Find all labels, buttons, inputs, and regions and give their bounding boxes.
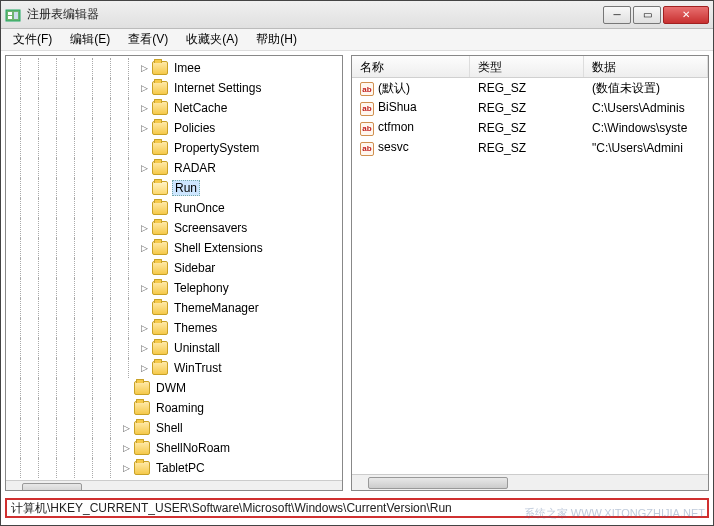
value-data: (数值未设置) xyxy=(584,80,708,97)
close-button[interactable]: ✕ xyxy=(663,6,709,24)
tree-horizontal-scrollbar[interactable] xyxy=(6,480,342,491)
expander-icon[interactable]: ▷ xyxy=(138,242,150,254)
expander-icon[interactable] xyxy=(138,302,150,314)
column-name[interactable]: 名称 xyxy=(352,56,470,77)
tree-item[interactable]: ▷ShellNoRoam xyxy=(6,438,342,458)
svg-rect-2 xyxy=(8,16,12,19)
tree-item[interactable]: DWM xyxy=(6,378,342,398)
tree-item[interactable]: ▷Internet Settings xyxy=(6,78,342,98)
tree-item[interactable]: Roaming xyxy=(6,398,342,418)
minimize-button[interactable]: ─ xyxy=(603,6,631,24)
tree-item-label: Roaming xyxy=(154,400,206,416)
folder-icon xyxy=(152,221,168,235)
folder-icon xyxy=(134,441,150,455)
tree-item[interactable]: ▷Screensavers xyxy=(6,218,342,238)
tree-item[interactable]: ▷NetCache xyxy=(6,98,342,118)
value-data: "C:\Users\Admini xyxy=(584,141,708,155)
expander-icon[interactable]: ▷ xyxy=(138,162,150,174)
tree-item-label: ShellNoRoam xyxy=(154,440,232,456)
folder-icon xyxy=(152,61,168,75)
expander-icon[interactable]: ▷ xyxy=(138,342,150,354)
folder-icon xyxy=(152,241,168,255)
folder-icon xyxy=(152,281,168,295)
tree-item[interactable]: PropertySystem xyxy=(6,138,342,158)
expander-icon[interactable]: ▷ xyxy=(138,82,150,94)
tree-item[interactable]: ▷Themes xyxy=(6,318,342,338)
expander-icon[interactable]: ▷ xyxy=(120,442,132,454)
status-path: 计算机\HKEY_CURRENT_USER\Software\Microsoft… xyxy=(11,500,452,517)
tree-item[interactable]: ▷Uninstall xyxy=(6,338,342,358)
menu-help[interactable]: 帮助(H) xyxy=(248,29,305,50)
tree-item[interactable]: ▷WinTrust xyxy=(6,358,342,378)
folder-icon xyxy=(134,381,150,395)
column-type[interactable]: 类型 xyxy=(470,56,584,77)
values-horizontal-scrollbar[interactable] xyxy=(352,474,708,490)
tree-item[interactable]: ▷RADAR xyxy=(6,158,342,178)
value-name: BiShua xyxy=(378,100,417,114)
tree-item[interactable]: ▷Imee xyxy=(6,58,342,78)
folder-icon xyxy=(152,201,168,215)
folder-icon xyxy=(152,261,168,275)
folder-icon xyxy=(152,141,168,155)
menu-favorites[interactable]: 收藏夹(A) xyxy=(178,29,246,50)
svg-rect-1 xyxy=(8,12,12,15)
expander-icon[interactable]: ▷ xyxy=(138,102,150,114)
tree-item[interactable]: ThemeManager xyxy=(6,298,342,318)
menu-bar: 文件(F) 编辑(E) 查看(V) 收藏夹(A) 帮助(H) xyxy=(1,29,713,51)
tree-item-label: ThemeManager xyxy=(172,300,261,316)
tree-item[interactable]: Run xyxy=(6,178,342,198)
value-type: REG_SZ xyxy=(470,81,584,95)
expander-icon[interactable]: ▷ xyxy=(138,282,150,294)
expander-icon[interactable]: ▷ xyxy=(120,422,132,434)
expander-icon[interactable] xyxy=(120,402,132,414)
value-row[interactable]: abctfmonREG_SZC:\Windows\syste xyxy=(352,118,708,138)
value-row[interactable]: abBiShuaREG_SZC:\Users\Adminis xyxy=(352,98,708,118)
value-data: C:\Windows\syste xyxy=(584,121,708,135)
expander-icon[interactable] xyxy=(138,202,150,214)
folder-icon xyxy=(152,341,168,355)
values-pane[interactable]: 名称 类型 数据 ab(默认)REG_SZ(数值未设置)abBiShuaREG_… xyxy=(351,55,709,491)
expander-icon[interactable] xyxy=(138,142,150,154)
tree-item[interactable]: ▷TabletPC xyxy=(6,458,342,478)
menu-view[interactable]: 查看(V) xyxy=(120,29,176,50)
tree-item-label: Imee xyxy=(172,60,203,76)
tree-item[interactable]: ▷Telephony xyxy=(6,278,342,298)
expander-icon[interactable] xyxy=(120,382,132,394)
tree-item-label: Run xyxy=(172,180,200,196)
expander-icon[interactable] xyxy=(138,182,150,194)
tree-item[interactable]: ▷Shell xyxy=(6,418,342,438)
value-type: REG_SZ xyxy=(470,121,584,135)
window-controls: ─ ▭ ✕ xyxy=(601,6,709,24)
registry-tree: ▷Imee▷Internet Settings▷NetCache▷Policie… xyxy=(6,56,342,480)
expander-icon[interactable]: ▷ xyxy=(138,322,150,334)
value-row[interactable]: ab(默认)REG_SZ(数值未设置) xyxy=(352,78,708,98)
expander-icon[interactable]: ▷ xyxy=(138,222,150,234)
folder-icon xyxy=(134,421,150,435)
tree-item[interactable]: RunOnce xyxy=(6,198,342,218)
expander-icon[interactable]: ▷ xyxy=(138,62,150,74)
value-type: REG_SZ xyxy=(470,101,584,115)
string-value-icon: ab xyxy=(360,122,374,136)
content-area: ▷Imee▷Internet Settings▷NetCache▷Policie… xyxy=(1,51,713,495)
window-title: 注册表编辑器 xyxy=(27,6,601,23)
value-name: (默认) xyxy=(378,81,410,95)
expander-icon[interactable]: ▷ xyxy=(120,462,132,474)
maximize-button[interactable]: ▭ xyxy=(633,6,661,24)
tree-pane[interactable]: ▷Imee▷Internet Settings▷NetCache▷Policie… xyxy=(5,55,343,491)
value-type: REG_SZ xyxy=(470,141,584,155)
menu-edit[interactable]: 编辑(E) xyxy=(62,29,118,50)
expander-icon[interactable]: ▷ xyxy=(138,362,150,374)
column-data[interactable]: 数据 xyxy=(584,56,708,77)
expander-icon[interactable] xyxy=(138,262,150,274)
tree-item[interactable]: Sidebar xyxy=(6,258,342,278)
string-value-icon: ab xyxy=(360,142,374,156)
menu-file[interactable]: 文件(F) xyxy=(5,29,60,50)
string-value-icon: ab xyxy=(360,102,374,116)
value-data: C:\Users\Adminis xyxy=(584,101,708,115)
tree-item-label: Sidebar xyxy=(172,260,217,276)
expander-icon[interactable]: ▷ xyxy=(138,122,150,134)
value-row[interactable]: absesvcREG_SZ"C:\Users\Admini xyxy=(352,138,708,158)
tree-item-label: Telephony xyxy=(172,280,231,296)
tree-item[interactable]: ▷Policies xyxy=(6,118,342,138)
tree-item[interactable]: ▷Shell Extensions xyxy=(6,238,342,258)
